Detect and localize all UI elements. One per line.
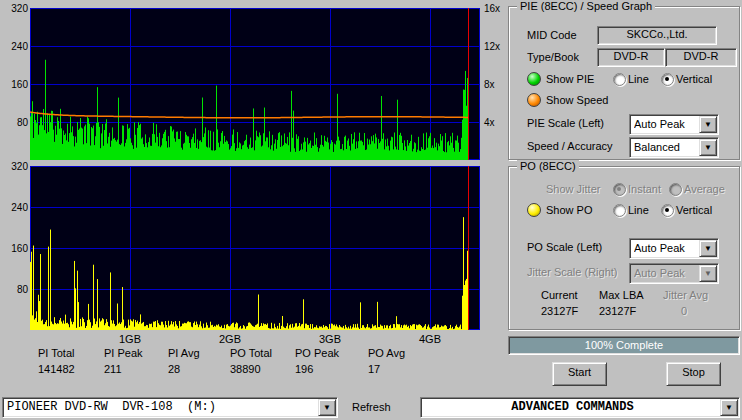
po-vertical-radio-label[interactable]: Vertical [676, 204, 712, 216]
current-value: 23127F [541, 305, 578, 317]
jitter-instant-radio-label: Instant [628, 183, 661, 195]
speed-accuracy-value: Balanced [634, 140, 699, 154]
po-scale-select[interactable]: Auto Peak ▼ [629, 238, 719, 259]
start-button[interactable]: Start [552, 362, 607, 386]
speed-y-label: 8x [484, 79, 495, 90]
progress-label: 100% Complete [509, 339, 739, 351]
x-axis-label: 2GB [213, 333, 247, 345]
pie-color-indicator[interactable] [527, 72, 541, 86]
mid-code-label: MID Code [527, 29, 577, 41]
po-y-label: 160 [2, 243, 28, 254]
book-field: DVD-R [665, 48, 737, 67]
pie-speed-graph [30, 8, 480, 160]
stat-pi-peak: PI Peak 211 [104, 347, 168, 375]
speed-color-indicator[interactable] [527, 93, 541, 107]
pie-y-label: 80 [2, 117, 28, 128]
stat-value: 17 [368, 363, 432, 375]
group-title: PO (8ECC) [517, 160, 579, 172]
dropdown-arrow-icon: ▼ [699, 265, 717, 282]
stat-po-total: PO Total 38890 [230, 347, 294, 375]
pie-line-radio-label[interactable]: Line [628, 73, 649, 85]
drive-selector-value: PIONEER DVD-RW DVR-108 (M:) [7, 400, 318, 414]
group-title: PIE (8ECC) / Speed Graph [517, 0, 655, 12]
app-window: 320 240 160 80 16x 12x 8x 4x 320 240 160… [0, 0, 742, 420]
drive-selector[interactable]: PIONEER DVD-RW DVR-108 (M:) ▼ [2, 397, 338, 418]
stat-pi-avg: PI Avg 28 [168, 347, 232, 375]
stat-po-peak: PO Peak 196 [295, 347, 359, 375]
pie-scale-select[interactable]: Auto Peak ▼ [629, 114, 719, 135]
stat-label: PI Peak [104, 347, 168, 359]
po-vertical-radio[interactable] [661, 204, 674, 217]
show-pie-label: Show PIE [546, 73, 594, 85]
type-book-label: Type/Book [527, 51, 579, 63]
pie-scale-label: PIE Scale (Left) [527, 117, 604, 129]
stat-label: PI Avg [168, 347, 232, 359]
command-selector[interactable]: ADVANCED COMMANDS ▼ [420, 397, 740, 418]
max-lba-value: 23127F [599, 305, 636, 317]
stat-value: 211 [104, 363, 168, 375]
po-scale-label: PO Scale (Left) [527, 241, 602, 253]
po-group: PO (8ECC) Show Jitter Instant Average Sh… [508, 166, 740, 330]
jitter-scale-label: Jitter Scale (Right) [527, 266, 617, 278]
pie-vertical-radio-label[interactable]: Vertical [676, 73, 712, 85]
refresh-button[interactable]: Refresh [352, 401, 391, 413]
progress-bar: 100% Complete [508, 336, 740, 355]
po-line-radio-label[interactable]: Line [628, 204, 649, 216]
pie-scale-value: Auto Peak [634, 117, 699, 131]
po-y-label: 240 [2, 202, 28, 213]
stat-pi-total: PI Total 141482 [38, 347, 102, 375]
stat-label: PO Total [230, 347, 294, 359]
stat-value: 38890 [230, 363, 294, 375]
po-scale-value: Auto Peak [634, 241, 699, 255]
max-lba-label: Max LBA [599, 289, 644, 301]
stat-po-avg: PO Avg 17 [368, 347, 432, 375]
stat-value: 196 [295, 363, 359, 375]
po-color-indicator[interactable] [527, 203, 541, 217]
pie-y-label: 320 [2, 3, 28, 14]
stat-label: PO Avg [368, 347, 432, 359]
speed-y-label: 16x [484, 3, 500, 14]
dropdown-arrow-icon[interactable]: ▼ [720, 399, 738, 416]
po-y-label: 320 [2, 161, 28, 172]
current-label: Current [541, 289, 578, 301]
po-graph [30, 166, 480, 330]
jitter-avg-value: 0 [681, 305, 687, 317]
jitter-avg-label: Jitter Avg [663, 289, 708, 301]
jitter-scale-value: Auto Peak [634, 266, 699, 280]
pie-line-radio[interactable] [613, 73, 626, 86]
mid-code-field: SKCCo.,Ltd. [597, 26, 717, 45]
stat-value: 141482 [38, 363, 102, 375]
dropdown-arrow-icon[interactable]: ▼ [699, 139, 717, 156]
x-axis-label: 1GB [113, 333, 147, 345]
x-axis-label: 4GB [413, 333, 447, 345]
pie-speed-group: PIE (8ECC) / Speed Graph MID Code SKCCo.… [508, 6, 740, 160]
jitter-scale-select: Auto Peak ▼ [629, 263, 719, 284]
speed-y-label: 12x [484, 41, 500, 52]
pie-vertical-radio[interactable] [661, 73, 674, 86]
command-selector-value: ADVANCED COMMANDS [425, 400, 720, 414]
jitter-average-radio [669, 183, 682, 196]
show-jitter-label: Show Jitter [546, 183, 600, 195]
show-speed-label: Show Speed [546, 94, 608, 106]
pie-y-label: 240 [2, 41, 28, 52]
x-axis-label: 3GB [313, 333, 347, 345]
stat-label: PI Total [38, 347, 102, 359]
speed-accuracy-select[interactable]: Balanced ▼ [629, 137, 719, 158]
jitter-instant-radio [613, 183, 626, 196]
dropdown-arrow-icon[interactable]: ▼ [699, 240, 717, 257]
speed-accuracy-label: Speed / Accuracy [527, 140, 613, 152]
stat-label: PO Peak [295, 347, 359, 359]
dropdown-arrow-icon[interactable]: ▼ [699, 116, 717, 133]
stat-value: 28 [168, 363, 232, 375]
speed-y-label: 4x [484, 117, 495, 128]
po-line-radio[interactable] [613, 204, 626, 217]
po-y-label: 80 [2, 284, 28, 295]
jitter-average-radio-label: Average [684, 183, 725, 195]
stop-button[interactable]: Stop [666, 362, 721, 386]
type-field: DVD-R [597, 48, 665, 67]
dropdown-arrow-icon[interactable]: ▼ [318, 399, 336, 416]
pie-y-label: 160 [2, 79, 28, 90]
show-po-label: Show PO [546, 204, 592, 216]
